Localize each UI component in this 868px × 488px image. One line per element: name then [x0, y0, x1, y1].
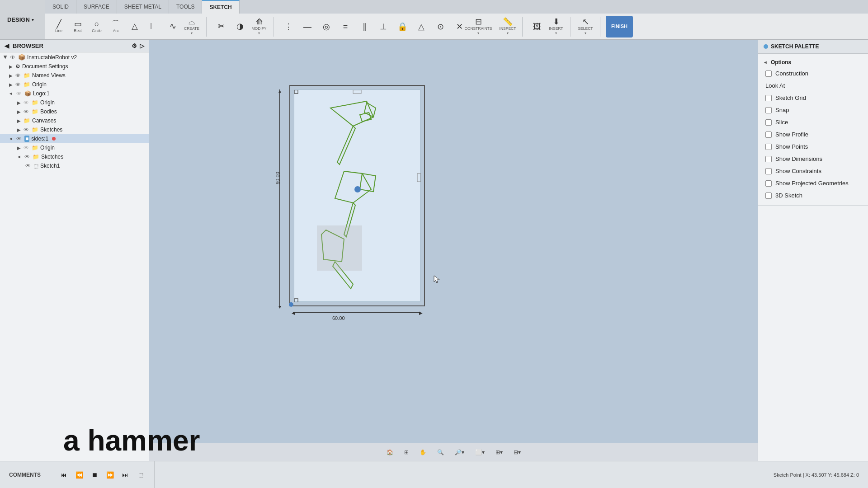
canvas-area[interactable]: 90.00 ▲ ▼ 60.00 ◀ ▶ — [149, 40, 758, 461]
coincident-btn[interactable]: ⋮ — [279, 16, 297, 38]
offset-btn[interactable]: ◑ — [231, 16, 249, 38]
3d-sketch-checkbox[interactable] — [765, 192, 772, 199]
sketches2-arrow: ▼ — [17, 155, 22, 159]
display-mode-btn[interactable]: ⬜▾ — [472, 447, 488, 457]
show-profile-toggle[interactable]: Show Profile — [758, 128, 868, 141]
sketch-palette-panel: SKETCH PALETTE ▼ Options Construction Lo… — [758, 40, 868, 461]
equal-btn[interactable]: = — [336, 16, 354, 38]
sketch1-item[interactable]: 👁 ⬚ Sketch1 — [0, 161, 149, 170]
show-dims-toggle[interactable]: Show Dimensions — [758, 153, 868, 165]
pan-btn[interactable]: ✋ — [416, 447, 430, 457]
trim-btn[interactable]: ✂ — [212, 16, 230, 38]
tab-tools[interactable]: TOOLS — [169, 0, 202, 14]
origin1-item[interactable]: ▶ 👁 📁 Origin — [0, 80, 149, 89]
concentric-btn[interactable]: ◎ — [317, 16, 335, 38]
target-btn[interactable]: ⊙ — [431, 16, 449, 38]
triangle2-btn[interactable]: △ — [412, 16, 430, 38]
construction-checkbox[interactable] — [765, 70, 772, 77]
fit-view-btn[interactable]: ⊞ — [401, 447, 412, 457]
browser-expand-icon[interactable]: ▷ — [140, 42, 144, 49]
play-first-btn[interactable]: ⏮ — [57, 469, 70, 481]
lock-btn[interactable]: 🔒 — [393, 16, 411, 38]
sketches2-icon: 📁 — [33, 154, 39, 160]
inspect-btn[interactable]: 📏INSPECT — [499, 16, 517, 38]
rectangle-tool-btn[interactable]: ▭Rect — [69, 16, 87, 38]
construction-toggle[interactable]: Construction — [758, 67, 868, 80]
show-points-checkbox[interactable] — [765, 144, 772, 150]
tab-solid[interactable]: SOLID — [45, 0, 76, 14]
sides1-item[interactable]: ▼ 👁 ■ sides:1 — [0, 134, 149, 143]
design-button[interactable]: DESIGN ▾ — [0, 0, 45, 39]
doc-settings-icon: ⚙ — [15, 63, 20, 70]
sep3 — [493, 17, 493, 37]
circle-tool-btn[interactable]: ○Circle — [88, 16, 106, 38]
show-dims-checkbox[interactable] — [765, 156, 772, 162]
show-profile-checkbox[interactable] — [765, 131, 772, 138]
show-constraints-checkbox[interactable] — [765, 168, 772, 174]
show-constraints-toggle[interactable]: Show Constraints — [758, 165, 868, 177]
canvases-item[interactable]: ▶ 📁 Canvases — [0, 116, 149, 125]
tab-sketch[interactable]: SKETCH — [202, 0, 239, 14]
sides-origin-arrow: ▶ — [17, 145, 21, 150]
modify-dropdown-btn[interactable]: ⟰MODIFY — [250, 16, 268, 38]
named-views-item[interactable]: ▶ 👁 📁 Named Views — [0, 71, 149, 80]
palette-dot — [764, 44, 768, 49]
slice-checkbox[interactable] — [765, 119, 772, 126]
sides-origin-item[interactable]: ▶ 👁 📁 Origin — [0, 143, 149, 152]
line2-tool-btn[interactable]: ⊢ — [145, 16, 163, 38]
slice-toggle[interactable]: Slice — [758, 116, 868, 128]
view-options-btn[interactable]: ⊟▾ — [510, 447, 524, 457]
doc-settings-item[interactable]: ▶ ⚙ Document Settings — [0, 62, 149, 71]
arc-tool-btn[interactable]: ⌒Arc — [107, 16, 125, 38]
zoom-dropdown-btn[interactable]: 🔎▾ — [451, 447, 468, 457]
create-dropdown-btn[interactable]: ⌓CREATE — [183, 16, 201, 38]
home-view-btn[interactable]: 🏠 — [383, 447, 397, 457]
collapse-browser-icon[interactable]: ◀ — [5, 42, 9, 49]
snap-checkbox[interactable] — [765, 107, 772, 113]
comments-tab[interactable]: COMMENTS — [0, 461, 50, 488]
logo-origin-item[interactable]: ▶ 👁 📁 Origin — [0, 98, 149, 107]
show-points-toggle[interactable]: Show Points — [758, 141, 868, 153]
slice-label: Slice — [775, 119, 788, 126]
image-btn[interactable]: 🖼 — [528, 16, 546, 38]
triangle-tool-btn[interactable]: △ — [126, 16, 144, 38]
hammer-annotation-text: a hammer — [63, 424, 200, 457]
sketches1-item[interactable]: ▶ 👁 📁 Sketches — [0, 125, 149, 134]
select-btn[interactable]: ↖SELECT — [576, 16, 594, 38]
look-at-btn[interactable]: Look At — [758, 80, 868, 92]
toolbar: DESIGN ▾ SOLID SURFACE SHEET METAL TOOLS… — [0, 0, 868, 40]
browser-settings-icon[interactable]: ⚙ — [132, 42, 137, 49]
finish-btn[interactable]: FINISH — [606, 16, 633, 38]
tab-surface[interactable]: SURFACE — [76, 0, 117, 14]
canvases-arrow: ▶ — [17, 118, 21, 123]
bodies-item[interactable]: ▶ 👁 📁 Bodies — [0, 107, 149, 116]
play-stop-btn[interactable]: ⏹ — [88, 469, 101, 481]
sketch-grid-checkbox[interactable] — [765, 95, 772, 101]
insert-btn[interactable]: ⬇INSERT — [547, 16, 565, 38]
timeline-record-btn[interactable]: ⬚ — [134, 469, 147, 481]
sketch-grid-toggle[interactable]: Sketch Grid — [758, 92, 868, 104]
play-last-btn[interactable]: ⏭ — [119, 469, 132, 481]
options-arrow: ▼ — [763, 60, 768, 65]
play-prev-btn[interactable]: ⏪ — [73, 469, 85, 481]
collinear-btn[interactable]: — — [298, 16, 316, 38]
show-proj-geo-toggle[interactable]: Show Projected Geometries — [758, 177, 868, 189]
sketches2-item[interactable]: ▼ 👁 📁 Sketches — [0, 152, 149, 161]
sketch1-icon: ⬚ — [33, 163, 38, 169]
perp-btn[interactable]: ⊥ — [374, 16, 392, 38]
snap-toggle[interactable]: Snap — [758, 104, 868, 116]
grid-btn[interactable]: ⊞▾ — [492, 447, 506, 457]
constraints-dropdown-btn[interactable]: ⊟CONSTRAINTS — [469, 16, 487, 38]
logo1-item[interactable]: ▼ 👁 📦 Logo:1 — [0, 89, 149, 98]
line-tool-btn[interactable]: ╱Line — [50, 16, 68, 38]
spline-tool-btn[interactable]: ∿ — [164, 16, 182, 38]
play-next-btn[interactable]: ⏩ — [104, 469, 116, 481]
parallel-btn[interactable]: ∥ — [355, 16, 373, 38]
tree-root[interactable]: ▶ 👁 📦 InstructableRobot v2 — [0, 52, 149, 62]
design-label: DESIGN — [7, 16, 30, 23]
show-proj-geo-checkbox[interactable] — [765, 180, 772, 187]
tab-sheet-metal[interactable]: SHEET METAL — [117, 0, 169, 14]
3d-sketch-toggle[interactable]: 3D Sketch — [758, 189, 868, 202]
options-section-header[interactable]: ▼ Options — [758, 57, 868, 67]
zoom-btn[interactable]: 🔍 — [434, 447, 448, 457]
